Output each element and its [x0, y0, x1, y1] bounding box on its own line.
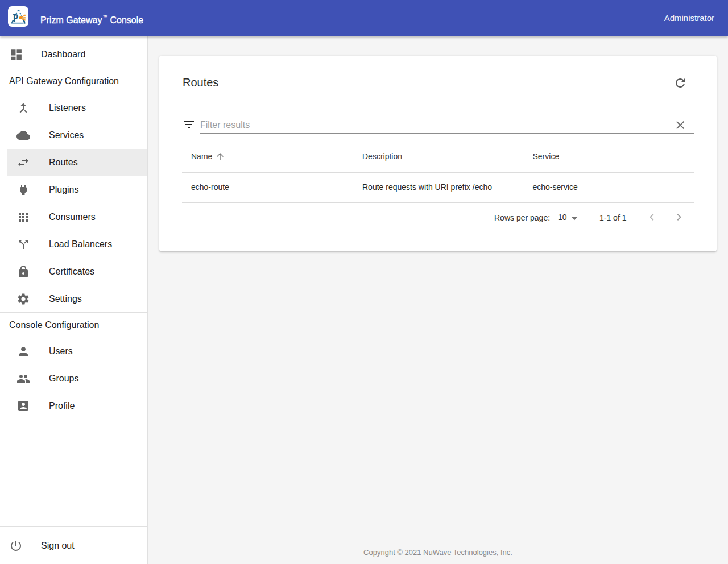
svg-text:P: P — [13, 11, 18, 25]
